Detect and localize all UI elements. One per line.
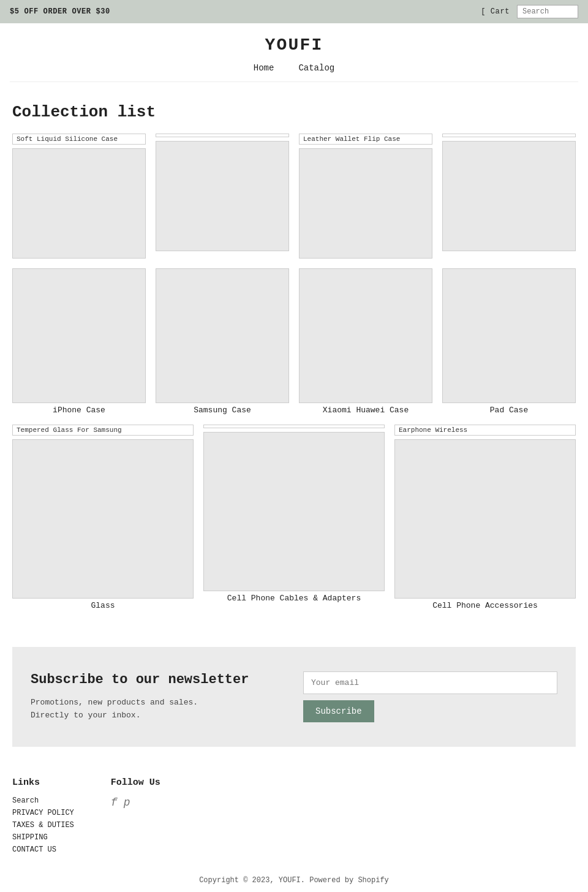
follow-us-title: Follow Us <box>111 777 160 788</box>
footer: Links Search PRIVACY POLICY TAXES & DUTI… <box>0 759 588 892</box>
newsletter-left: Subscribe to our newsletter Promotions, … <box>31 671 285 722</box>
item-image-xiaomi <box>299 268 432 403</box>
footer-links-col: Links Search PRIVACY POLICY TAXES & DUTI… <box>12 777 74 858</box>
banner-right: [ Cart <box>481 5 578 18</box>
collection-item-samsung[interactable]: Samsung Case <box>156 268 289 415</box>
collection-row-3: Tempered Glass For Samsung Glass Cell Ph… <box>12 425 576 610</box>
item-label-silicone: Soft Liquid Silicone Case <box>12 134 146 145</box>
main-nav: Home Catalog <box>10 55 578 82</box>
nav-home[interactable]: Home <box>254 63 274 73</box>
collection-item-xiaomi[interactable]: Xiaomi Huawei Case <box>299 268 432 415</box>
item-name-samsung: Samsung Case <box>194 406 251 415</box>
top-banner: $5 OFF ORDER OVER $30 [ Cart <box>0 0 588 23</box>
search-input[interactable] <box>517 5 578 18</box>
item-image-iphone <box>12 268 146 403</box>
newsletter-right: Subscribe <box>303 671 557 722</box>
footer-link-taxes[interactable]: TAXES & DUTIES <box>12 821 74 830</box>
cart-link[interactable]: [ Cart <box>481 7 510 16</box>
collection-row-1: Soft Liquid Silicone Case Leather Wallet… <box>12 134 576 259</box>
footer-link-shipping[interactable]: SHIPPING <box>12 833 74 842</box>
collection-item-glass[interactable]: Tempered Glass For Samsung Glass <box>12 425 194 610</box>
item-name-earphone: Cell Phone Accessories <box>432 601 538 610</box>
item-image-pad <box>442 268 576 403</box>
item-image-silicone <box>12 148 146 259</box>
email-input[interactable] <box>303 671 557 694</box>
item-name-cables: Cell Phone Cables & Adapters <box>227 594 361 603</box>
newsletter-section: Subscribe to our newsletter Promotions, … <box>12 647 576 747</box>
item-label-row1-4 <box>442 134 576 137</box>
collection-item-iphone[interactable]: iPhone Case <box>12 268 146 415</box>
item-label-cables <box>203 425 385 428</box>
item-image-row1-2 <box>156 141 289 251</box>
item-name-xiaomi: Xiaomi Huawei Case <box>323 406 409 415</box>
item-label-leather: Leather Wallet Flip Case <box>299 134 432 145</box>
item-image-cables <box>203 432 385 591</box>
collection-title: Collection list <box>12 103 576 121</box>
item-name-pad: Pad Case <box>490 406 528 415</box>
item-image-row1-4 <box>442 141 576 251</box>
subscribe-button[interactable]: Subscribe <box>303 700 374 722</box>
item-image-samsung <box>156 268 289 403</box>
newsletter-desc: Promotions, new products and sales. Dire… <box>31 697 285 722</box>
collection-item-row1-4[interactable] <box>442 134 576 259</box>
collection-section: Collection list Soft Liquid Silicone Cas… <box>0 88 588 635</box>
item-label-earphone: Earphone Wireless <box>394 425 576 436</box>
item-image-leather <box>299 148 432 259</box>
follow-us-col: Follow Us f p <box>111 777 160 858</box>
footer-links-title: Links <box>12 777 74 788</box>
banner-text: $5 OFF ORDER OVER $30 <box>10 7 110 16</box>
collection-item-pad[interactable]: Pad Case <box>442 268 576 415</box>
newsletter-title: Subscribe to our newsletter <box>31 671 285 689</box>
collection-item-cables[interactable]: Cell Phone Cables & Adapters <box>203 425 385 610</box>
site-header: YOUFI Home Catalog <box>0 23 588 88</box>
facebook-icon[interactable]: f <box>111 796 118 809</box>
footer-link-privacy[interactable]: PRIVACY POLICY <box>12 809 74 817</box>
footer-links-section: Links Search PRIVACY POLICY TAXES & DUTI… <box>0 759 588 864</box>
footer-link-search[interactable]: Search <box>12 796 74 805</box>
social-icons: f p <box>111 796 160 809</box>
collection-row-2: iPhone Case Samsung Case Xiaomi Huawei C… <box>12 268 576 415</box>
item-label-row1-2 <box>156 134 289 137</box>
pinterest-icon[interactable]: p <box>124 796 130 809</box>
item-image-glass <box>12 439 194 599</box>
item-name-glass: Glass <box>91 601 115 610</box>
item-label-glass: Tempered Glass For Samsung <box>12 425 194 436</box>
footer-link-contact[interactable]: CONTACT US <box>12 845 74 854</box>
item-image-earphone <box>394 439 576 599</box>
copyright-bar: Copyright © 2023, YOUFI. Powered by Shop… <box>0 864 588 892</box>
item-name-iphone: iPhone Case <box>53 406 105 415</box>
collection-item-row1-2[interactable] <box>156 134 289 259</box>
nav-catalog[interactable]: Catalog <box>298 63 334 73</box>
collection-item-silicone[interactable]: Soft Liquid Silicone Case <box>12 134 146 259</box>
collection-item-leather[interactable]: Leather Wallet Flip Case <box>299 134 432 259</box>
site-logo[interactable]: YOUFI <box>10 36 578 55</box>
collection-item-earphone[interactable]: Earphone Wireless Cell Phone Accessories <box>394 425 576 610</box>
